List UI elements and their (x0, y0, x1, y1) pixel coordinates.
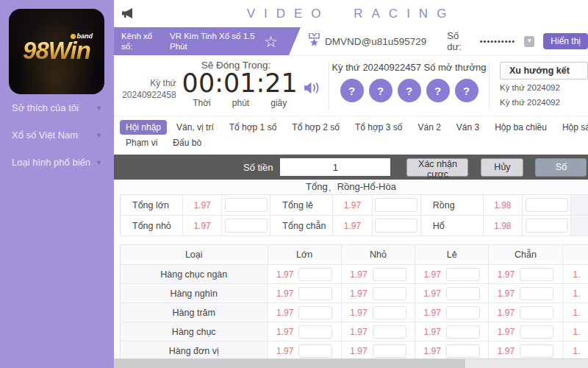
tab-hop-sau-chieu[interactable]: Hộp sáu chiều (556, 120, 588, 135)
bet-input[interactable] (373, 268, 406, 281)
bet-input[interactable] (520, 344, 553, 358)
favorite-star-icon[interactable]: ☆ (264, 34, 278, 49)
clipped-column-header (563, 245, 588, 265)
odds-value: 1.98 (484, 216, 523, 236)
tab-hoi-nhap[interactable]: Hội nhập (120, 120, 167, 135)
timer-units: Thời phút giây (182, 98, 298, 108)
tab-van-vi-tri[interactable]: Ván, vị trí (171, 120, 220, 135)
brand-logo[interactable]: 98Win band (9, 9, 104, 94)
bet-input[interactable] (225, 198, 268, 212)
bet-type-tabs: Hội nhập Ván, vị trí Tổ hợp 1 số Tổ hợp … (114, 116, 588, 152)
odds-value: 1.97 (276, 327, 293, 337)
odds-value: 1.97 (333, 195, 373, 216)
number-button[interactable]: Số (535, 158, 587, 177)
odds-value: 1.97 (498, 327, 514, 337)
balance-dropdown-button[interactable]: ▼ (524, 36, 534, 47)
bet-input[interactable] (520, 325, 553, 339)
unit-hour: Thời (193, 98, 211, 108)
period-label: Kỳ thứ (122, 78, 176, 90)
clipped-odds: 1. (573, 346, 581, 356)
unit-second: giây (270, 98, 287, 108)
sidebar-item-popular-types[interactable]: Loại hình phổ biến ▼ (0, 149, 114, 176)
bet-input[interactable] (225, 219, 268, 233)
tab-to-hop-2-so[interactable]: Tổ hợp 2 số (286, 120, 345, 135)
result-period: Kỳ thứ 20240922457 (331, 62, 420, 73)
bet-input[interactable] (446, 344, 480, 358)
sidebar: 98Win band Sở thích của tôi ▼ Xổ số Việt… (0, 0, 114, 368)
bet-input[interactable] (375, 198, 417, 212)
bet-input[interactable] (373, 344, 406, 358)
tab-dau-bo[interactable]: Đấu bò (167, 135, 207, 150)
bet-input[interactable] (520, 306, 553, 319)
bet-input[interactable] (298, 325, 332, 339)
row-label: Hàng trăm (121, 303, 268, 322)
tab-hop-ba-chieu[interactable]: Hộp ba chiều (489, 120, 553, 135)
bet-input[interactable] (298, 344, 332, 358)
sidebar-item-my-favorites[interactable]: Sở thích của tôi ▼ (0, 94, 114, 121)
bet-input[interactable] (446, 287, 480, 300)
result-ball: ? (369, 79, 392, 102)
bet-option-label: Hổ (421, 216, 484, 236)
odds-value: 1.97 (498, 308, 514, 318)
trend-panel: Xu hướng kết Kỳ thứ 2024092 Kỳ thứ 20240… (490, 56, 588, 116)
tab-to-hop-3-so[interactable]: Tổ hợp 3 số (349, 120, 409, 135)
confirm-bet-button[interactable]: Xác nhận cược (406, 158, 468, 177)
channel-label: Kênh xổ số: (121, 31, 162, 52)
odds-value: 1.97 (350, 308, 367, 318)
tab-van-3[interactable]: Ván 3 (451, 120, 485, 135)
amount-input[interactable] (280, 158, 390, 176)
bet-input[interactable] (375, 219, 417, 233)
bet-input[interactable] (526, 198, 568, 212)
odds-value: 1.97 (423, 346, 440, 356)
bet-input[interactable] (520, 268, 553, 281)
bet-input[interactable] (373, 306, 406, 319)
bet-input[interactable] (298, 306, 332, 319)
cancel-button[interactable]: Hủy (481, 158, 523, 177)
result-balls: ? ? ? ? ? (329, 79, 489, 102)
result-block: Kỳ thứ 20240922457 Số mở thưởng ? ? ? ? … (329, 56, 489, 116)
sidebar-item-label: Xổ số Việt Nam (12, 130, 96, 141)
bet-input[interactable] (520, 287, 553, 300)
clipped-column (571, 216, 588, 236)
bet-input[interactable] (526, 219, 568, 233)
tab-pham-vi[interactable]: Phạm vi (120, 135, 163, 150)
balance-label: Số dư: (447, 30, 472, 52)
show-balance-button[interactable]: Hiển thị (543, 33, 588, 49)
trend-row: Kỳ thứ 2024092 (500, 96, 588, 109)
bet-input[interactable] (446, 306, 480, 319)
medal-icon (308, 33, 320, 50)
countdown-section: Sẽ Đóng Trong: Kỳ thứ 20240922458 00:01:… (114, 55, 588, 116)
bet-option-label: Rồng (421, 195, 484, 216)
table-row: Hàng chục ngàn 1.97 1.97 1.97 1.97 1. (121, 265, 588, 284)
brand-logo-text: 98Win (9, 37, 104, 65)
bet-input[interactable] (373, 325, 406, 339)
table-header-row: Loại Lớn Nhỏ Lẻ Chẵn (121, 245, 588, 265)
column-header-big: Lớn (268, 245, 342, 265)
odds-value: 1.98 (484, 195, 523, 216)
speaker-icon[interactable] (304, 81, 320, 98)
countdown-block: Sẽ Đóng Trong: Kỳ thứ 20240922458 00:01:… (114, 56, 329, 116)
sum-section-title: Tổng、Rồng-Hổ-Hòa (114, 180, 588, 194)
bet-input[interactable] (446, 268, 480, 281)
odds-value: 1.97 (183, 195, 223, 216)
trend-header-button[interactable]: Xu hướng kết (500, 62, 588, 79)
odds-value: 1.97 (333, 216, 373, 236)
odds-value: 1.97 (183, 216, 223, 236)
odds-value: 1.97 (423, 269, 440, 280)
result-label: Số mở thưởng (424, 62, 487, 73)
unit-minute: phút (232, 98, 249, 108)
tab-van-2[interactable]: Ván 2 (412, 120, 446, 135)
horizontal-scrollbar[interactable] (114, 358, 588, 368)
sum-row: Tổng nhỏ 1.97 Tổng chẵn 1.97 Hổ 1.98 (121, 216, 588, 236)
sum-bet-grid: Tổng lớn 1.97 Tổng lẻ 1.97 Rồng 1.98 Tổn… (120, 194, 588, 236)
bet-input[interactable] (373, 287, 406, 300)
chevron-down-icon: ▼ (96, 159, 102, 166)
bet-option-label: Tổng lẻ (270, 195, 333, 216)
brand-logo-badge: band (71, 32, 93, 40)
bet-input[interactable] (298, 268, 332, 281)
tab-to-hop-1-so[interactable]: Tổ hợp 1 số (223, 120, 283, 135)
scrollbar-thumb[interactable] (114, 359, 465, 368)
bet-input[interactable] (298, 287, 332, 300)
bet-input[interactable] (446, 325, 480, 339)
sidebar-item-vietnam-lottery[interactable]: Xổ số Việt Nam ▼ (0, 121, 114, 149)
